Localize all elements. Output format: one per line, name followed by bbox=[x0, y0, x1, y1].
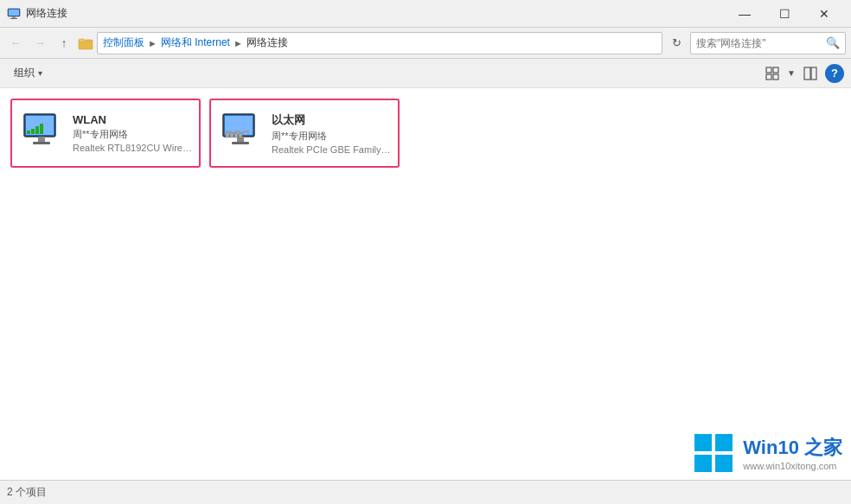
breadcrumb-controlpanel[interactable]: 控制面板 bbox=[103, 35, 144, 50]
window-controls: — ☐ ✕ bbox=[725, 0, 844, 28]
watermark-text: Win10 之家 www.win10xitong.com bbox=[743, 435, 842, 471]
status-items-count: 2 个项目 bbox=[7, 485, 47, 500]
view-dropdown-arrow: ▼ bbox=[787, 68, 796, 78]
svg-rect-2 bbox=[12, 16, 16, 18]
ethernet-driver: Realtek PCIe GBE Family Contr... bbox=[272, 144, 391, 155]
organize-dropdown-arrow: ▾ bbox=[38, 68, 42, 78]
svg-rect-15 bbox=[27, 131, 30, 134]
search-input[interactable] bbox=[696, 37, 826, 49]
ethernet-status: 周**专用网络 bbox=[272, 130, 391, 143]
window-icon bbox=[7, 7, 21, 21]
svg-rect-9 bbox=[804, 67, 810, 80]
view-grid-icon bbox=[765, 67, 779, 80]
wlan-name: WLAN bbox=[73, 113, 192, 126]
svg-rect-10 bbox=[811, 67, 816, 80]
address-right-controls: ↻ 🔍 bbox=[666, 32, 846, 54]
organize-label: 组织 bbox=[14, 66, 35, 80]
svg-rect-8 bbox=[773, 74, 778, 80]
svg-rect-28 bbox=[715, 434, 733, 451]
status-bar: 2 个项目 bbox=[0, 480, 851, 504]
minimize-button[interactable]: — bbox=[725, 0, 765, 28]
svg-rect-16 bbox=[31, 129, 35, 134]
svg-rect-25 bbox=[234, 133, 238, 137]
wlan-driver: Realtek RTL8192CU Wireless L bbox=[73, 143, 192, 153]
forward-button[interactable]: → bbox=[29, 33, 50, 54]
refresh-button[interactable]: ↻ bbox=[666, 33, 687, 54]
preview-pane-button[interactable] bbox=[799, 62, 822, 85]
title-bar: 网络连接 — ☐ ✕ bbox=[0, 0, 851, 28]
svg-rect-14 bbox=[33, 142, 50, 144]
title-bar-left: 网络连接 bbox=[7, 6, 67, 21]
folder-icon bbox=[78, 35, 93, 51]
ethernet-name: 以太网 bbox=[272, 112, 391, 128]
breadcrumb-network[interactable]: 网络和 Internet bbox=[161, 35, 230, 50]
wlan-adapter-card[interactable]: WLAN 周**专用网络 Realtek RTL8192CU Wireless … bbox=[10, 99, 201, 168]
breadcrumb-sep-1: ► bbox=[148, 38, 157, 48]
ethernet-adapter-info: 以太网 周**专用网络 Realtek PCIe GBE Family Cont… bbox=[272, 112, 391, 155]
search-icon: 🔍 bbox=[826, 36, 840, 49]
svg-rect-18 bbox=[40, 124, 43, 134]
svg-rect-29 bbox=[694, 455, 712, 472]
svg-rect-17 bbox=[35, 126, 39, 134]
main-content: WLAN 周**专用网络 Realtek RTL8192CU Wireless … bbox=[0, 88, 851, 480]
back-button[interactable]: ← bbox=[5, 33, 26, 54]
svg-rect-30 bbox=[715, 455, 733, 472]
svg-rect-6 bbox=[773, 67, 778, 73]
computer-icon bbox=[19, 111, 64, 156]
ethernet-adapter-icon bbox=[218, 111, 263, 156]
svg-rect-23 bbox=[226, 133, 229, 137]
breadcrumb-current: 网络连接 bbox=[246, 35, 288, 50]
svg-rect-24 bbox=[230, 133, 234, 137]
svg-rect-22 bbox=[232, 142, 249, 144]
up-button[interactable]: ↑ bbox=[54, 33, 74, 54]
organize-button[interactable]: 组织 ▾ bbox=[7, 62, 49, 85]
svg-rect-1 bbox=[9, 10, 19, 16]
search-bar[interactable]: 🔍 bbox=[690, 32, 846, 54]
view-toggle-button[interactable] bbox=[761, 62, 784, 85]
close-button[interactable]: ✕ bbox=[804, 0, 844, 28]
wlan-adapter-icon bbox=[19, 111, 64, 156]
svg-rect-3 bbox=[10, 18, 17, 19]
breadcrumb-sep-2: ► bbox=[234, 38, 243, 48]
svg-rect-13 bbox=[38, 137, 45, 142]
svg-rect-26 bbox=[239, 133, 242, 137]
window-title: 网络连接 bbox=[26, 6, 67, 21]
maximize-button[interactable]: ☐ bbox=[765, 0, 804, 28]
ethernet-computer-icon bbox=[218, 111, 263, 156]
svg-rect-7 bbox=[766, 74, 771, 80]
pane-icon bbox=[803, 67, 817, 80]
address-bar: ← → ↑ 控制面板 ► 网络和 Internet ► 网络连接 ↻ 🔍 bbox=[0, 28, 851, 59]
toolbar: 组织 ▾ ▼ ? bbox=[0, 59, 851, 88]
breadcrumb-bar[interactable]: 控制面板 ► 网络和 Internet ► 网络连接 bbox=[97, 32, 662, 54]
watermark-title: Win10 之家 bbox=[743, 435, 842, 461]
watermark: Win10 之家 www.win10xitong.com bbox=[693, 432, 842, 474]
wlan-adapter-info: WLAN 周**专用网络 Realtek RTL8192CU Wireless … bbox=[73, 113, 192, 153]
svg-rect-27 bbox=[694, 434, 712, 451]
help-button[interactable]: ? bbox=[825, 64, 844, 83]
wlan-status: 周**专用网络 bbox=[73, 128, 192, 141]
svg-rect-5 bbox=[766, 67, 771, 73]
windows-logo bbox=[693, 432, 734, 474]
watermark-url: www.win10xitong.com bbox=[743, 461, 842, 471]
ethernet-adapter-card[interactable]: 以太网 周**专用网络 Realtek PCIe GBE Family Cont… bbox=[209, 99, 400, 168]
toolbar-right: ▼ ? bbox=[761, 62, 844, 85]
